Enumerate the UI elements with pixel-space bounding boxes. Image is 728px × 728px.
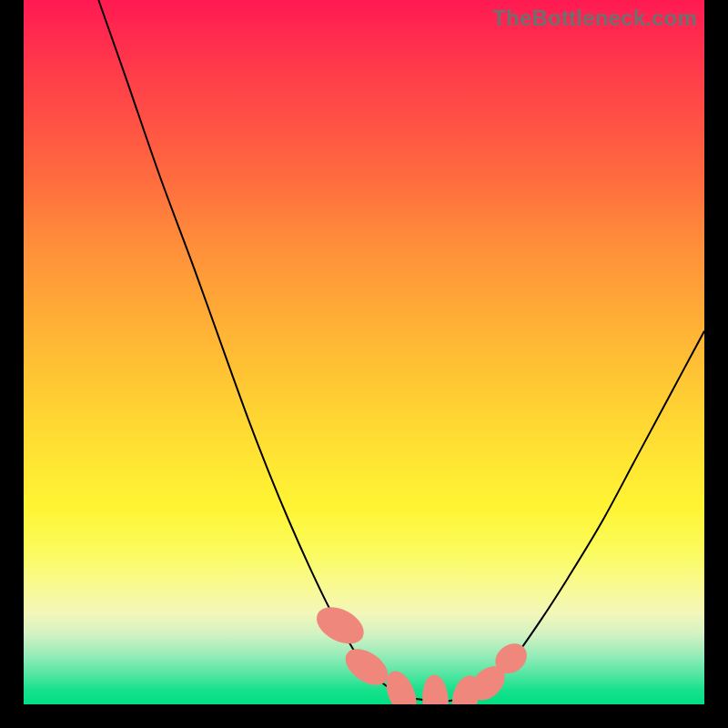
watermark-text: TheBottleneck.com <box>492 5 697 31</box>
marker-left-low <box>310 600 369 652</box>
bottleneck-curve <box>24 0 704 704</box>
marker-valley-b <box>420 674 450 704</box>
curve-line <box>98 0 704 701</box>
chart-frame <box>24 0 704 704</box>
